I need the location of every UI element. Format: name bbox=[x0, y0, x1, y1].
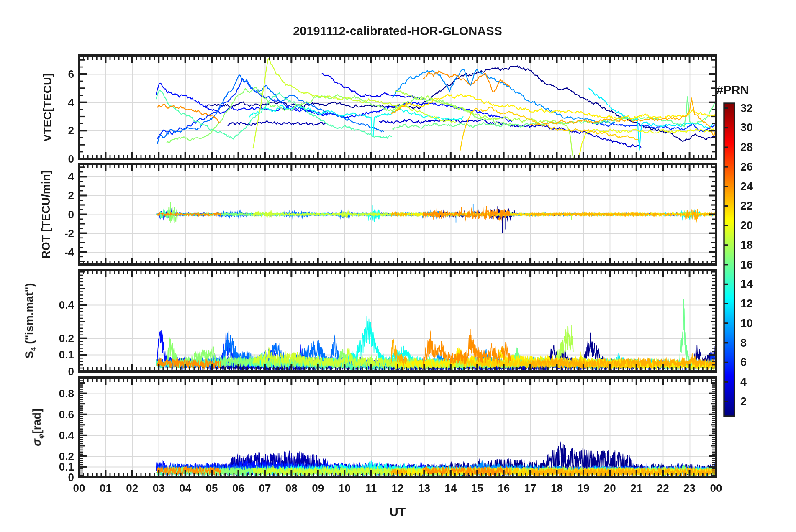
sigma-phi-axis-label: σφ[rad] bbox=[31, 409, 45, 446]
y-tick-label: -4 bbox=[64, 246, 74, 258]
x-tick-label: 19 bbox=[577, 482, 589, 495]
x-tick-label: 13 bbox=[418, 482, 430, 495]
x-tick-label: 11 bbox=[365, 482, 377, 495]
x-tick-label: 07 bbox=[259, 482, 271, 495]
x-tick-label: 12 bbox=[392, 482, 404, 495]
colorbar-tick-label: 4 bbox=[740, 376, 747, 389]
y-tick-label: 2 bbox=[68, 124, 74, 137]
colorbar-tick-label: 18 bbox=[740, 238, 753, 251]
y-tick-label: 0.6 bbox=[59, 408, 74, 421]
y-tick-label: 0.2 bbox=[59, 332, 74, 345]
y-tick-label: 0 bbox=[68, 365, 74, 378]
y-tick-label: 0 bbox=[68, 208, 74, 221]
x-tick-label: 14 bbox=[444, 482, 457, 495]
y-tick-label: 0.1 bbox=[59, 348, 74, 361]
x-tick-label: 09 bbox=[312, 482, 324, 495]
colorbar-tick-label: 2 bbox=[740, 395, 747, 408]
x-tick-label: 06 bbox=[232, 482, 244, 495]
x-tick-label: 01 bbox=[100, 482, 112, 495]
colorbar-tick-label: 20 bbox=[740, 219, 753, 232]
colorbar-tick-label: 28 bbox=[740, 141, 753, 154]
y-tick-label: 2 bbox=[68, 189, 74, 202]
colorbar-tick-label: 14 bbox=[740, 278, 753, 291]
y-tick-label: 0 bbox=[68, 153, 74, 166]
y-tick-label: 4 bbox=[68, 170, 74, 183]
colorbar-tick-label: 16 bbox=[740, 258, 753, 271]
x-tick-label: 08 bbox=[285, 482, 298, 495]
colorbar-tick-label: 26 bbox=[740, 160, 753, 173]
colorbar-tick-label: 22 bbox=[740, 200, 753, 212]
figure: 20191112-calibrated-HOR-GLONASS VTEC[TEC… bbox=[0, 0, 796, 532]
x-tick-label: 16 bbox=[498, 482, 510, 495]
y-tick-label: 4 bbox=[68, 96, 74, 109]
x-tick-label: 22 bbox=[657, 482, 669, 495]
colorbar-tick-label: 24 bbox=[740, 180, 753, 193]
x-tick-label: 21 bbox=[630, 482, 642, 495]
x-tick-label: 10 bbox=[339, 482, 351, 495]
x-tick-label: 20 bbox=[604, 482, 616, 495]
x-tick-label: 00 bbox=[710, 482, 722, 495]
colorbar-tick-label: 8 bbox=[740, 336, 747, 349]
rot-axis-label: ROT [TECU/min] bbox=[40, 170, 53, 258]
colorbar-tick-label: 30 bbox=[740, 121, 753, 134]
colorbar-tick-label: 12 bbox=[740, 297, 753, 310]
colorbar-tick-label: 6 bbox=[740, 356, 747, 369]
y-tick-label: 0.8 bbox=[59, 387, 74, 400]
colorbar-tick-label: 32 bbox=[740, 102, 753, 115]
x-tick-label: 00 bbox=[73, 482, 85, 495]
s4-axis-label: S4 ("ism.mat") bbox=[23, 283, 38, 358]
y-tick-label: 0.4 bbox=[59, 429, 74, 442]
x-axis-label: UT bbox=[390, 505, 406, 519]
y-tick-label: 0.2 bbox=[59, 450, 74, 463]
x-tick-label: 05 bbox=[206, 482, 218, 495]
x-tick-label: 03 bbox=[153, 482, 165, 495]
x-tick-label: 02 bbox=[126, 482, 138, 495]
x-tick-label: 18 bbox=[551, 482, 563, 495]
x-tick-label: 04 bbox=[179, 482, 191, 495]
vtec-axis-label: VTEC[TECU] bbox=[41, 73, 54, 142]
colorbar-title: #PRN bbox=[716, 83, 749, 97]
x-tick-label: 15 bbox=[471, 482, 483, 495]
x-tick-label: 23 bbox=[683, 482, 696, 495]
y-tick-label: 6 bbox=[68, 67, 74, 80]
plot-canvas bbox=[0, 0, 796, 532]
colorbar-tick-label: 10 bbox=[740, 317, 753, 330]
y-tick-label: -2 bbox=[64, 227, 74, 240]
plot-title: 20191112-calibrated-HOR-GLONASS bbox=[293, 24, 502, 38]
x-tick-label: 17 bbox=[524, 482, 537, 495]
y-tick-label: 0.4 bbox=[59, 299, 74, 312]
